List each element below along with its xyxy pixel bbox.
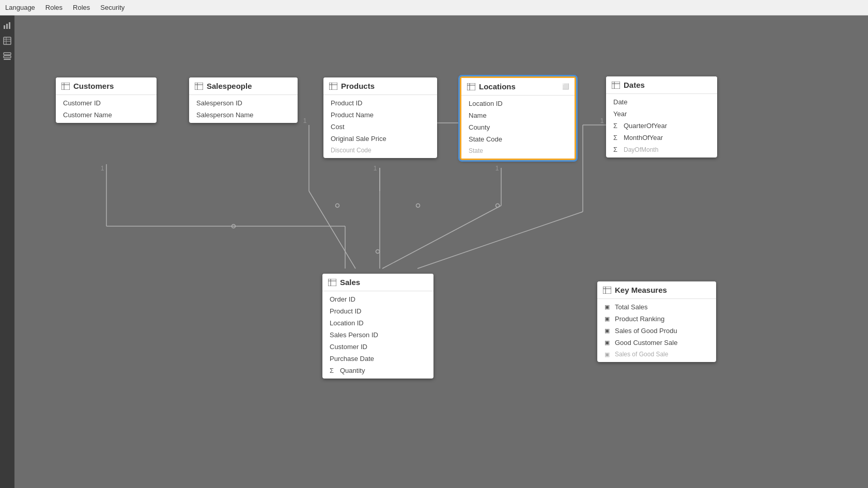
svg-rect-0: [4, 25, 5, 29]
svg-rect-44: [329, 83, 337, 90]
svg-text:1: 1: [303, 117, 307, 124]
svg-point-36: [232, 225, 236, 228]
field-customer-name[interactable]: Customer Name: [56, 109, 157, 121]
field-quantity[interactable]: Σ Quantity: [322, 365, 433, 376]
field-good-customer-sale[interactable]: ▣ Good Customer Sale: [597, 337, 716, 349]
products-title: Products: [341, 82, 375, 90]
svg-line-22: [417, 212, 583, 269]
key-measures-table: Key Measures ▣ Total Sales ▣ Product Ran…: [597, 281, 716, 362]
svg-point-34: [416, 204, 420, 208]
dates-table: Dates Date Year Σ QuarterOfYear Σ MonthO…: [606, 76, 717, 158]
products-table: Products Product ID Product Name Cost Or…: [323, 77, 437, 158]
svg-line-14: [382, 206, 501, 269]
table-icon[interactable]: [2, 35, 13, 46]
dates-table-header[interactable]: Dates: [606, 76, 717, 94]
field-county[interactable]: County: [461, 121, 575, 133]
chart-icon[interactable]: [2, 20, 13, 31]
roles-menu-1[interactable]: Roles: [45, 4, 63, 11]
customers-body: Customer ID Customer Name: [56, 95, 157, 123]
svg-rect-1: [6, 24, 8, 29]
field-purchase-date[interactable]: Purchase Date: [322, 353, 433, 365]
locations-table-icon: [467, 83, 476, 90]
model-icon[interactable]: [2, 51, 13, 62]
field-sales-product-id[interactable]: Product ID: [322, 305, 433, 317]
field-day-of-month[interactable]: Σ DayOfMonth: [606, 144, 717, 155]
field-sales-customer-id[interactable]: Customer ID: [322, 341, 433, 353]
svg-point-35: [496, 204, 500, 208]
measure-icon-product-ranking: ▣: [605, 316, 612, 322]
maximize-button[interactable]: ⬜: [562, 83, 569, 90]
language-menu[interactable]: Language: [5, 4, 35, 11]
field-date[interactable]: Date: [606, 96, 717, 108]
calc-icon-day: Σ: [613, 146, 621, 153]
field-order-id[interactable]: Order ID: [322, 293, 433, 305]
svg-text:1: 1: [374, 165, 377, 172]
svg-rect-38: [61, 83, 70, 90]
svg-text:1: 1: [600, 117, 604, 124]
field-cost[interactable]: Cost: [323, 121, 437, 133]
salespeople-table-icon: [194, 83, 204, 90]
sales-table: Sales Order ID Product ID Location ID Sa…: [322, 274, 433, 379]
locations-table: Locations ⬜ Location ID Name County Stat…: [460, 76, 576, 160]
field-quarter-of-year[interactable]: Σ QuarterOfYear: [606, 120, 717, 132]
dates-title: Dates: [624, 81, 645, 89]
svg-rect-56: [603, 287, 611, 294]
field-discount-code[interactable]: Discount Code: [323, 145, 437, 156]
field-customer-id[interactable]: Customer ID: [56, 97, 157, 109]
locations-table-header[interactable]: Locations ⬜: [461, 78, 575, 96]
svg-rect-41: [195, 83, 203, 90]
diagram-canvas: 1 1 1 1 1 ✦ ✦ ✦ ✦ ✦ Customers Customer I…: [14, 15, 868, 488]
field-location-id[interactable]: Location ID: [461, 98, 575, 109]
security-menu[interactable]: Security: [100, 4, 125, 11]
field-product-name[interactable]: Product Name: [323, 109, 437, 121]
salespeople-table: Salespeople Salesperson ID Salesperson N…: [189, 77, 298, 123]
key-measures-table-header[interactable]: Key Measures: [597, 281, 716, 299]
sales-body: Order ID Product ID Location ID Sales Pe…: [322, 291, 433, 379]
sigma-icon-quantity: Σ: [330, 367, 337, 374]
field-product-id[interactable]: Product ID: [323, 97, 437, 109]
svg-text:1: 1: [101, 165, 104, 172]
field-customer-id-label: Customer ID: [63, 99, 101, 107]
customers-title: Customers: [73, 82, 114, 90]
svg-rect-8: [4, 56, 11, 58]
field-state[interactable]: State: [461, 145, 575, 156]
field-sales-good-produ[interactable]: ▣ Sales of Good Produ: [597, 325, 716, 337]
field-sales-location-id[interactable]: Location ID: [322, 317, 433, 329]
salespeople-body: Salesperson ID Salesperson Name: [189, 95, 298, 123]
calc-icon-quarter: Σ: [613, 122, 621, 130]
field-year[interactable]: Year: [606, 108, 717, 120]
field-salesperson-name[interactable]: Salesperson Name: [189, 109, 298, 121]
field-state-code[interactable]: State Code: [461, 133, 575, 145]
salespeople-table-header[interactable]: Salespeople: [189, 77, 298, 95]
field-month-of-year[interactable]: Σ MonthOfYear: [606, 132, 717, 144]
svg-rect-47: [467, 83, 475, 90]
field-total-sales[interactable]: ▣ Total Sales: [597, 301, 716, 313]
measure-icon-sales-good-sale: ▣: [605, 351, 612, 358]
calc-icon-month: Σ: [613, 134, 621, 141]
sales-table-icon: [328, 279, 337, 286]
field-sales-person-id[interactable]: Sales Person ID: [322, 329, 433, 341]
field-product-ranking[interactable]: ▣ Product Ranking: [597, 313, 716, 325]
sidebar: [0, 15, 14, 488]
field-sales-good-sale[interactable]: ▣ Sales of Good Sale: [597, 349, 716, 360]
sales-table-header[interactable]: Sales: [322, 274, 433, 291]
field-original-sale-price[interactable]: Original Sale Price: [323, 133, 437, 145]
customers-table-icon: [61, 83, 70, 90]
key-measures-table-icon: [602, 287, 612, 294]
svg-rect-2: [9, 22, 10, 29]
sales-title: Sales: [340, 278, 360, 287]
svg-rect-3: [4, 37, 11, 44]
locations-title: Locations: [479, 82, 516, 91]
measure-icon-good-customer: ▣: [605, 339, 612, 346]
field-salesperson-id[interactable]: Salesperson ID: [189, 97, 298, 109]
svg-rect-50: [612, 82, 620, 89]
field-location-name[interactable]: Name: [461, 109, 575, 121]
customers-table: Customers Customer ID Customer Name: [56, 77, 157, 123]
products-table-header[interactable]: Products: [323, 77, 437, 95]
key-measures-body: ▣ Total Sales ▣ Product Ranking ▣ Sales …: [597, 299, 716, 362]
customers-table-header[interactable]: Customers: [56, 77, 157, 95]
svg-point-33: [336, 204, 339, 208]
salespeople-title: Salespeople: [207, 82, 252, 90]
roles-menu-2[interactable]: Roles: [73, 4, 90, 11]
dates-body: Date Year Σ QuarterOfYear Σ MonthOfYear …: [606, 94, 717, 158]
